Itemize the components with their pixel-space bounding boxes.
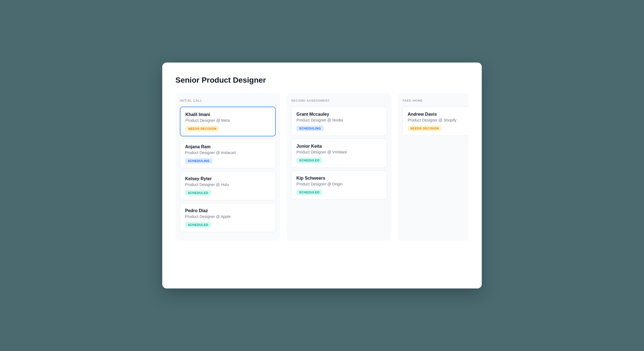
kanban-board: INITIAL CALLKhalil ImaniProduct Designer… (175, 93, 469, 241)
candidate-name: Kip Schweers (296, 176, 382, 181)
status-badge: SCHEDULED (296, 190, 322, 195)
card-anjana-ram[interactable]: Anjana RamProduct Designer @ InstacartSC… (180, 139, 276, 168)
status-badge: NEEDS DECISION (408, 126, 442, 131)
candidate-role: Product Designer @ Apple (185, 214, 270, 219)
column-header-take-home: TAKE-HOME (402, 99, 469, 102)
status-badge: SCHEDULED (185, 190, 211, 196)
column-header-second-assessment: SECOND ASSESSMENT (291, 99, 387, 102)
app-window: Senior Product Designer INITIAL CALLKhal… (162, 63, 482, 288)
column-second-assessment: SECOND ASSESSMENTGrant MccauleyProduct D… (287, 93, 391, 241)
column-header-initial-call: INITIAL CALL (180, 99, 276, 102)
candidate-name: Junior Keita (296, 144, 382, 149)
status-badge: SCHEDULING (296, 126, 324, 131)
status-badge: SCHEDULING (185, 158, 212, 164)
status-badge: SCHEDULED (296, 158, 322, 163)
candidate-name: Khalil Imani (185, 112, 270, 117)
candidate-name: Grant Mccauley (296, 112, 382, 117)
status-badge: SCHEDULED (185, 222, 211, 228)
candidate-name: Kelsey Ryter (185, 176, 270, 181)
candidate-role: Product Designer @ Hulu (185, 182, 270, 187)
card-grant-mccauley[interactable]: Grant MccauleyProduct Designer @ NvidiaS… (291, 107, 387, 136)
candidate-role: Product Designer @ Shopify (408, 118, 469, 122)
card-khalil-imani[interactable]: Khalil ImaniProduct Designer @ MetaNEEDS… (180, 107, 276, 136)
candidate-role: Product Designer @ Nvidia (296, 118, 382, 122)
card-kelsey-ryter[interactable]: Kelsey RyterProduct Designer @ HuluSCHED… (180, 171, 276, 200)
status-badge: NEEDS DECISION (185, 126, 219, 131)
candidate-name: Anjana Ram (185, 144, 270, 149)
page-title: Senior Product Designer (175, 76, 469, 85)
candidate-name: Andrew Davis (408, 112, 469, 117)
column-take-home: TAKE-HOMEAndrew DavisProduct Designer @ … (398, 93, 469, 241)
card-andrew-davis[interactable]: Andrew DavisProduct Designer @ ShopifyNE… (402, 107, 469, 136)
candidate-role: Product Designer @ VmWare (296, 150, 382, 154)
card-pedro-diaz[interactable]: Pedro DíazProduct Designer @ AppleSCHEDU… (180, 203, 276, 232)
candidate-role: Product Designer @ Origin (296, 182, 382, 186)
candidate-name: Pedro Díaz (185, 208, 270, 213)
candidate-role: Product Designer @ Instacart (185, 150, 270, 155)
candidate-role: Product Designer @ Meta (185, 118, 270, 123)
column-initial-call: INITIAL CALLKhalil ImaniProduct Designer… (175, 93, 280, 241)
card-kip-schweers[interactable]: Kip SchweersProduct Designer @ OriginSCH… (291, 171, 387, 200)
card-junior-keita[interactable]: Junior KeitaProduct Designer @ VmWareSCH… (291, 139, 387, 168)
